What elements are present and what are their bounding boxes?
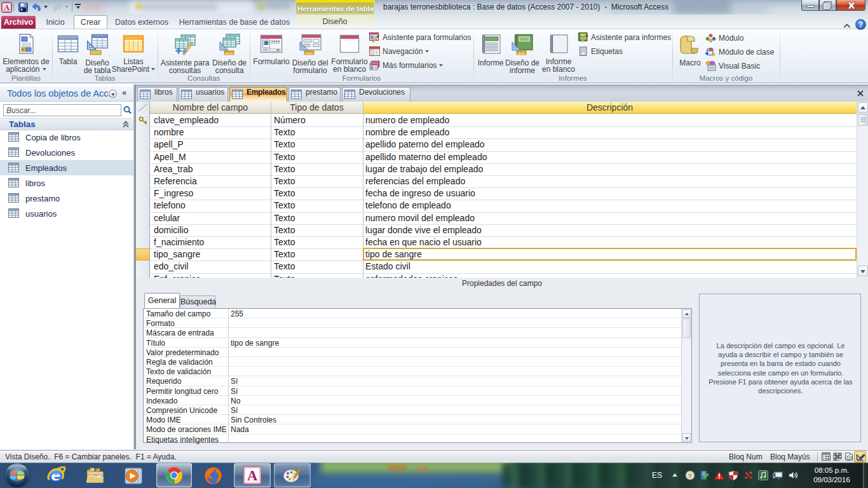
svg-text:A: A — [4, 3, 10, 12]
svg-text:A: A — [247, 468, 258, 484]
